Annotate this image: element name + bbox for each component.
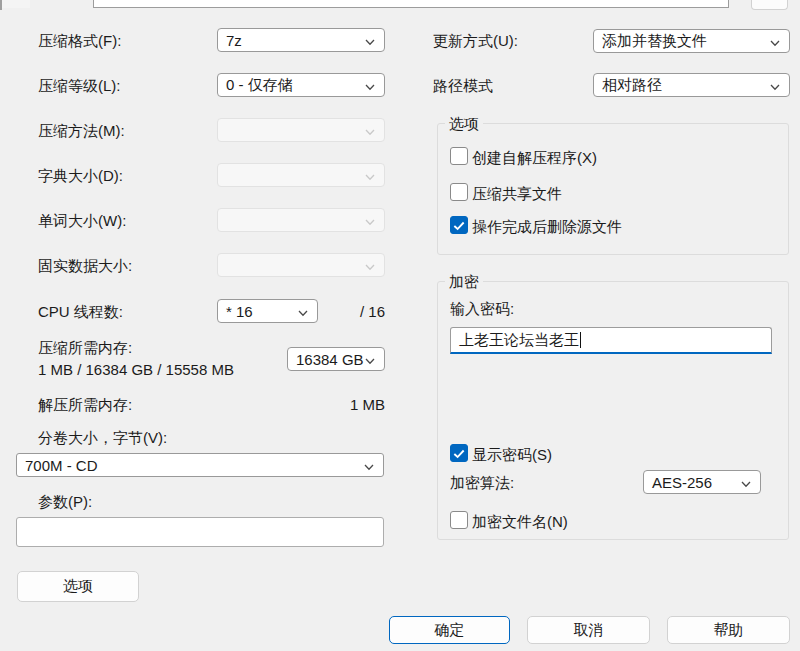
ok-button[interactable]: 确定 [389, 616, 510, 644]
create-sfx-label[interactable]: 创建自解压程序(X) [472, 149, 597, 167]
encryption-method-value: AES-256 [652, 474, 712, 491]
cpu-threads-value: * 16 [226, 303, 253, 320]
level-value: 0 - 仅存储 [226, 76, 293, 95]
chevron-down-icon [364, 79, 376, 91]
check-icon [452, 219, 466, 233]
path-mode-select[interactable]: 相对路径 [593, 73, 790, 97]
path-mode-label: 路径模式 [433, 77, 493, 95]
chevron-down-icon [364, 34, 376, 46]
password-label: 输入密码: [450, 300, 514, 318]
method-label: 压缩方法(M): [38, 122, 125, 140]
chevron-down-icon [769, 79, 781, 91]
solid-size-label: 固实数据大小: [38, 257, 132, 275]
format-label: 压缩格式(F): [38, 32, 121, 50]
chevron-down-icon [364, 169, 376, 181]
volume-size-label: 分卷大小，字节(V): [38, 429, 167, 447]
delete-source-label[interactable]: 操作完成后删除源文件 [472, 218, 622, 236]
chevron-down-icon [363, 459, 375, 471]
method-select [217, 118, 385, 142]
chevron-down-icon [769, 35, 781, 47]
password-input[interactable]: 上老王论坛当老王 [450, 327, 772, 354]
browse-button[interactable] [751, 0, 788, 10]
compress-memory-detail: 1 MB / 16384 GB / 15558 MB [38, 361, 234, 379]
check-icon [452, 447, 466, 461]
dictionary-select [217, 163, 385, 187]
volume-size-combobox[interactable]: 700M - CD [16, 453, 384, 477]
cancel-button[interactable]: 取消 [527, 616, 650, 644]
show-password-label[interactable]: 显示密码(S) [472, 446, 552, 464]
level-label: 压缩等级(L): [38, 77, 121, 95]
help-button-label: 帮助 [714, 621, 744, 640]
encryption-group-title: 加密 [445, 273, 483, 291]
chevron-down-icon [297, 305, 309, 317]
decompress-memory-label: 解压所需内存: [38, 396, 132, 414]
shared-files-label[interactable]: 压缩共享文件 [472, 185, 562, 203]
volume-size-value: 700M - CD [25, 457, 98, 474]
dictionary-label: 字典大小(D): [38, 167, 123, 185]
archive-name-input[interactable] [93, 0, 729, 8]
shared-files-checkbox[interactable] [450, 183, 468, 201]
chevron-down-icon [364, 353, 376, 365]
chevron-down-icon [364, 259, 376, 271]
cpu-threads-select[interactable]: * 16 [217, 299, 318, 323]
update-mode-label: 更新方式(U): [433, 32, 518, 50]
text-cursor [580, 332, 581, 348]
word-size-label: 单词大小(W): [38, 212, 126, 230]
cpu-threads-label: CPU 线程数: [38, 303, 123, 321]
compress-memory-label: 压缩所需内存: [38, 339, 132, 357]
chevron-down-icon [740, 476, 752, 488]
solid-size-select [217, 253, 385, 277]
password-value: 上老王论坛当老王 [459, 331, 579, 350]
memory-limit-value: 16384 GB [296, 351, 364, 368]
memory-limit-select[interactable]: 16384 GB [287, 347, 385, 371]
format-select[interactable]: 7z [217, 28, 385, 52]
word-size-select [217, 208, 385, 232]
show-password-checkbox[interactable] [450, 444, 468, 462]
encrypt-filenames-checkbox[interactable] [450, 511, 468, 529]
delete-source-checkbox[interactable] [450, 216, 468, 234]
level-select[interactable]: 0 - 仅存储 [217, 73, 385, 97]
options-group-title: 选项 [445, 115, 483, 133]
path-mode-value: 相对路径 [602, 76, 662, 95]
window-corner-fragment [2, 0, 30, 8]
chevron-down-icon [364, 124, 376, 136]
update-mode-select[interactable]: 添加并替换文件 [593, 29, 790, 53]
cancel-button-label: 取消 [574, 621, 604, 640]
ok-button-label: 确定 [435, 621, 465, 640]
encryption-method-label: 加密算法: [450, 474, 514, 492]
parameters-label: 参数(P): [38, 493, 92, 511]
decompress-memory-value: 1 MB [330, 396, 385, 414]
chevron-down-icon [364, 214, 376, 226]
options-button[interactable]: 选项 [17, 571, 139, 602]
add-to-archive-dialog: 压缩格式(F): 压缩等级(L): 压缩方法(M): 字典大小(D): 单词大小… [0, 0, 800, 651]
encrypt-filenames-label[interactable]: 加密文件名(N) [472, 513, 568, 531]
create-sfx-checkbox[interactable] [450, 147, 468, 165]
format-value: 7z [226, 32, 242, 49]
help-button[interactable]: 帮助 [667, 616, 790, 644]
parameters-input[interactable] [16, 517, 384, 547]
cpu-threads-max: / 16 [340, 303, 385, 321]
encryption-group: 加密 [437, 281, 789, 540]
encryption-method-select[interactable]: AES-256 [643, 470, 761, 494]
update-mode-value: 添加并替换文件 [602, 32, 707, 51]
options-button-label: 选项 [63, 577, 93, 596]
